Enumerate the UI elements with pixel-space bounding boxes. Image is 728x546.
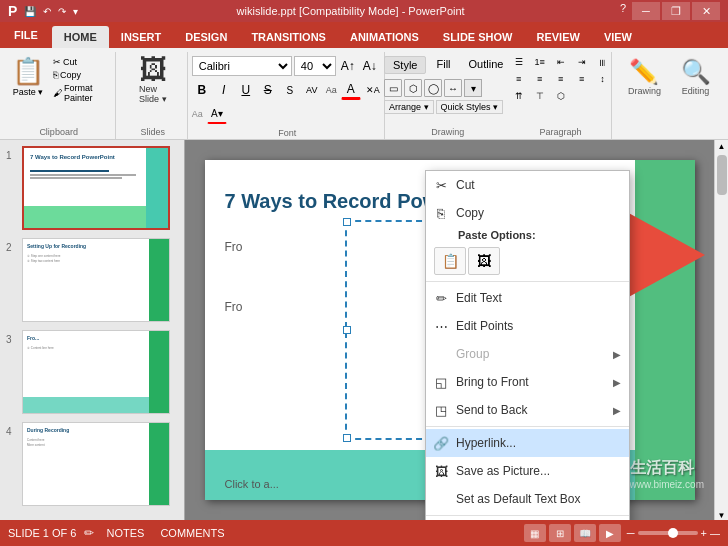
zoom-slider[interactable] [638, 531, 698, 535]
font-color-btn2[interactable]: A▾ [207, 104, 227, 124]
slide-thumb-4[interactable]: 4 During Recording Content here More con… [4, 420, 180, 508]
shape-btn-2[interactable]: ⬡ [404, 79, 422, 97]
italic-button[interactable]: I [214, 80, 234, 100]
ctx-save-picture[interactable]: 🖼 Save as Picture... [426, 457, 629, 485]
align-text-button[interactable]: ⊤ [530, 88, 550, 104]
shape-btn-3[interactable]: ◯ [424, 79, 442, 97]
help-icon[interactable]: ? [620, 2, 626, 20]
handle-tl[interactable] [343, 218, 351, 226]
handle-ml[interactable] [343, 326, 351, 334]
style-tab[interactable]: Style [384, 56, 426, 74]
ctx-bring-front[interactable]: ◱ Bring to Front ▶ [426, 368, 629, 396]
text-direction-button[interactable]: ⇈ [509, 88, 529, 104]
fill-tab[interactable]: Fill [428, 56, 458, 74]
decrease-indent-button[interactable]: ⇤ [551, 54, 571, 70]
paste-button[interactable]: 📋 Paste ▾ [8, 54, 48, 99]
textshadow-button[interactable]: S [280, 80, 300, 100]
qat-save[interactable]: 💾 [21, 5, 39, 18]
underline-button[interactable]: U [236, 80, 256, 100]
font-name-select[interactable]: Calibri [192, 56, 292, 76]
bold-button[interactable]: B [192, 80, 212, 100]
align-center-button[interactable]: ≡ [530, 71, 550, 87]
copy-button[interactable]: ⎘ Copy [50, 69, 109, 81]
slide-thumb-1[interactable]: 1 7 Ways to Record PowerPoint [4, 144, 180, 232]
tab-insert[interactable]: INSERT [109, 26, 173, 48]
slide-thumb-3[interactable]: 3 Fro... ② Content line here [4, 328, 180, 416]
paste-icon-2[interactable]: 🖼 [468, 247, 500, 275]
shape-more-btn[interactable]: ▾ [464, 79, 482, 97]
align-left-button[interactable]: ≡ [509, 71, 529, 87]
tab-design[interactable]: DESIGN [173, 26, 239, 48]
decrease-font-button[interactable]: A↓ [360, 56, 380, 76]
tab-slideshow[interactable]: SLIDE SHOW [431, 26, 525, 48]
ctx-edit-text[interactable]: ✏ Edit Text [426, 284, 629, 312]
shape-btn-1[interactable]: ▭ [384, 79, 402, 97]
ctx-edit-points[interactable]: ⋯ Edit Points [426, 312, 629, 340]
qat-customize[interactable]: ▾ [70, 5, 81, 18]
qat-undo[interactable]: ↶ [40, 5, 54, 18]
zoom-plus[interactable]: + [701, 527, 707, 539]
tab-file[interactable]: FILE [0, 22, 52, 48]
char-spacing-button[interactable]: AV [302, 80, 322, 100]
justify-button[interactable]: ≡ [572, 71, 592, 87]
slide-thumb-2[interactable]: 2 Setting Up for Recording ① Step one co… [4, 236, 180, 324]
ctx-size-position[interactable]: ⊞ Size and Position... [426, 518, 629, 520]
scroll-down-btn[interactable]: ▼ [718, 511, 726, 520]
clear-format-button[interactable]: ✕A [363, 80, 383, 100]
scroll-track[interactable] [717, 151, 727, 511]
normal-view-btn[interactable]: ▦ [524, 524, 546, 542]
editing-tools-button[interactable]: 🔍 Editing [673, 56, 718, 98]
font-size-select[interactable]: 40 [294, 56, 336, 76]
align-right-button[interactable]: ≡ [551, 71, 571, 87]
paragraph-content: ☰ 1≡ ⇤ ⇥ ⫼ ≡ ≡ ≡ ≡ ↕ ⇈ ⊤ ⬡ [509, 54, 613, 125]
minimize-button[interactable]: ─ [632, 2, 660, 20]
ctx-send-back[interactable]: ◳ Send to Back ▶ [426, 396, 629, 424]
tab-transitions[interactable]: TRANSITIONS [239, 26, 338, 48]
notes-button[interactable]: NOTES [102, 525, 148, 541]
zoom-minus[interactable]: ─ [627, 527, 635, 539]
window-controls: ? ─ ❐ ✕ [620, 2, 720, 20]
reading-view-btn[interactable]: 📖 [574, 524, 596, 542]
restore-button[interactable]: ❐ [662, 2, 690, 20]
tab-view[interactable]: VIEW [592, 26, 644, 48]
font-color-button[interactable]: A [341, 80, 361, 100]
font-color-row: A▾ [207, 104, 227, 124]
zoom-handle[interactable] [668, 528, 678, 538]
strikethrough-button[interactable]: S [258, 80, 278, 100]
quick-styles-btn[interactable]: Quick Styles ▾ [436, 100, 504, 114]
new-slide-label: NewSlide ▾ [139, 84, 167, 104]
bullet-list-button[interactable]: ☰ [509, 54, 529, 70]
close-button[interactable]: ✕ [692, 2, 720, 20]
paste-icon-1[interactable]: 📋 [434, 247, 466, 275]
drawing-tools-button[interactable]: ✏️ Drawing [622, 56, 667, 98]
convert-smartart-button[interactable]: ⬡ [551, 88, 571, 104]
vertical-scrollbar[interactable]: ▲ ▼ [714, 140, 728, 520]
cut-button[interactable]: ✂ Cut [50, 56, 109, 68]
ctx-copy[interactable]: ⎘ Copy [426, 199, 629, 227]
new-slide-button[interactable]: 🖼 NewSlide ▾ [135, 54, 171, 106]
slide-sorter-btn[interactable]: ⊞ [549, 524, 571, 542]
ctx-cut[interactable]: ✂ Cut [426, 171, 629, 199]
format-painter-button[interactable]: 🖌 Format Painter [50, 82, 109, 104]
handle-bl[interactable] [343, 434, 351, 442]
scroll-up-btn[interactable]: ▲ [718, 142, 726, 151]
slideshow-btn[interactable]: ▶ [599, 524, 621, 542]
ctx-hyperlink[interactable]: 🔗 Hyperlink... [426, 429, 629, 457]
tab-review[interactable]: REVIEW [524, 26, 591, 48]
slides-group: 🖼 NewSlide ▾ Slides [118, 52, 188, 139]
outline-tab[interactable]: Outline [461, 56, 512, 74]
font-name-row: Calibri 40 A↑ A↓ [192, 56, 383, 76]
comments-button[interactable]: COMMENTS [156, 525, 228, 541]
arrange-btn[interactable]: Arrange ▾ [384, 100, 434, 114]
increase-indent-button[interactable]: ⇥ [572, 54, 592, 70]
shape-btn-4[interactable]: ↔ [444, 79, 462, 97]
numbered-list-button[interactable]: 1≡ [530, 54, 550, 70]
increase-font-button[interactable]: A↑ [338, 56, 358, 76]
tab-home[interactable]: HOME [52, 26, 109, 48]
qat-redo[interactable]: ↷ [55, 5, 69, 18]
tab-animations[interactable]: ANIMATIONS [338, 26, 431, 48]
columns-button[interactable]: ⫼ [593, 54, 613, 70]
ctx-set-default[interactable]: Set as Default Text Box [426, 485, 629, 513]
line-spacing-button[interactable]: ↕ [593, 71, 613, 87]
zoom-level: — [710, 528, 720, 539]
